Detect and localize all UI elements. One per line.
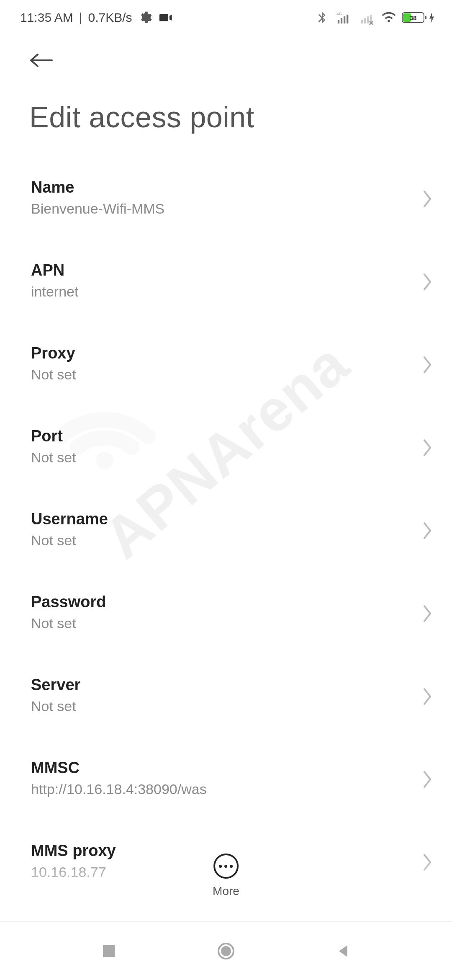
- row-server[interactable]: Server Not set: [0, 655, 452, 738]
- svg-point-15: [221, 946, 231, 956]
- row-value: Bienvenue-Wifi-MMS: [31, 201, 412, 217]
- svg-rect-2: [338, 20, 339, 24]
- signal-4g-icon: 4G: [335, 10, 352, 25]
- back-button[interactable]: [29, 50, 58, 70]
- svg-rect-5: [347, 15, 348, 23]
- more-label: More: [213, 885, 239, 898]
- row-label: MMSC: [31, 759, 412, 777]
- svg-rect-3: [341, 18, 342, 23]
- chevron-right-icon: [423, 190, 433, 208]
- svg-rect-8: [367, 16, 369, 23]
- chevron-right-icon: [423, 770, 433, 789]
- video-camera-icon: [158, 10, 172, 25]
- more-icon: [213, 854, 239, 879]
- wifi-icon: [382, 10, 396, 25]
- status-data-rate: 0.7KB/s: [88, 10, 132, 25]
- chevron-right-icon: [423, 604, 433, 623]
- row-label: Name: [31, 178, 412, 196]
- row-label: Password: [31, 593, 412, 611]
- status-separator: |: [79, 10, 82, 25]
- chevron-right-icon: [423, 853, 433, 872]
- more-action[interactable]: More: [213, 854, 239, 898]
- chevron-right-icon: [423, 356, 433, 374]
- header: Edit access point: [0, 35, 452, 151]
- signal-nosim-icon: [358, 10, 376, 25]
- row-port[interactable]: Port Not set: [0, 406, 452, 489]
- back-arrow-icon: [29, 52, 54, 68]
- battery-indicator: 38: [402, 11, 435, 24]
- svg-rect-12: [425, 16, 426, 19]
- chevron-right-icon: [423, 687, 433, 706]
- nav-recent-button[interactable]: [99, 941, 118, 961]
- row-value: internet: [31, 284, 412, 300]
- status-left: 11:35 AM | 0.7KB/s: [20, 10, 172, 25]
- gear-icon: [138, 10, 152, 25]
- charging-icon: [428, 11, 435, 24]
- status-right: 4G 38: [315, 10, 435, 25]
- row-value: Not set: [31, 615, 412, 632]
- chevron-right-icon: [423, 521, 433, 540]
- row-username[interactable]: Username Not set: [0, 489, 452, 572]
- row-label: APN: [31, 261, 412, 279]
- row-value: Not set: [31, 366, 412, 383]
- battery-percent-text: 38: [410, 14, 417, 21]
- row-mmsc[interactable]: MMSC http://10.16.18.4:38090/was: [0, 738, 452, 821]
- circle-icon: [217, 942, 235, 960]
- bluetooth-icon: [315, 10, 329, 25]
- svg-rect-4: [344, 16, 345, 23]
- settings-list: Name Bienvenue-Wifi-MMS APN internet Pro…: [0, 151, 452, 904]
- page-title: Edit access point: [29, 101, 423, 134]
- nav-home-button[interactable]: [216, 941, 236, 961]
- nav-back-button[interactable]: [334, 941, 353, 961]
- row-value: Not set: [31, 698, 412, 714]
- row-value: Not set: [31, 532, 412, 549]
- row-label: Username: [31, 510, 412, 528]
- svg-rect-6: [361, 20, 363, 24]
- chevron-right-icon: [423, 438, 433, 457]
- row-value: Not set: [31, 449, 412, 466]
- svg-rect-13: [103, 945, 115, 957]
- row-password[interactable]: Password Not set: [0, 572, 452, 655]
- svg-rect-7: [364, 18, 366, 23]
- status-time: 11:35 AM: [20, 10, 73, 25]
- status-bar: 11:35 AM | 0.7KB/s 4G: [0, 0, 452, 35]
- svg-text:4G: 4G: [336, 11, 342, 16]
- row-value: http://10.16.18.4:38090/was: [31, 781, 412, 797]
- row-proxy[interactable]: Proxy Not set: [0, 323, 452, 406]
- row-label: Port: [31, 427, 412, 445]
- row-label: Proxy: [31, 344, 412, 362]
- row-apn[interactable]: APN internet: [0, 240, 452, 323]
- square-icon: [101, 944, 116, 959]
- row-name[interactable]: Name Bienvenue-Wifi-MMS: [0, 157, 452, 240]
- nav-bar: [0, 921, 452, 980]
- triangle-left-icon: [336, 944, 351, 959]
- row-label: Server: [31, 676, 412, 694]
- chevron-right-icon: [423, 273, 433, 291]
